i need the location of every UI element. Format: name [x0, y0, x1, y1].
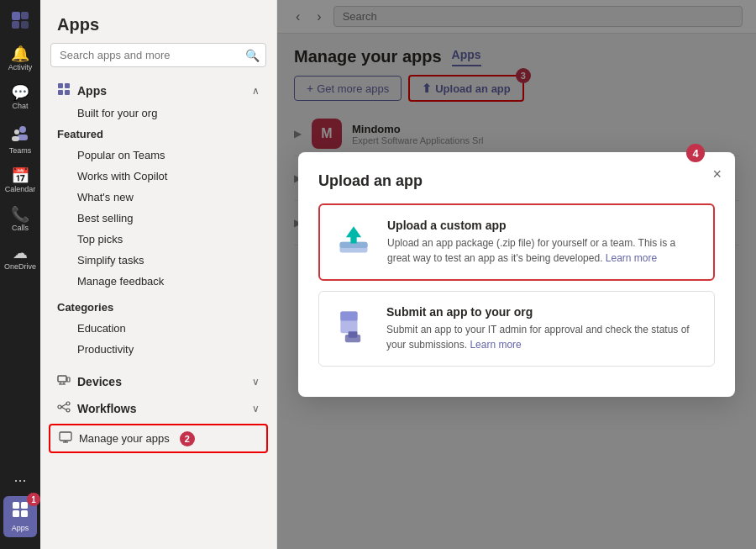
- more-icon: ···: [13, 472, 26, 488]
- main-content: ‹ › Manage your apps Apps + Get more app…: [277, 0, 756, 549]
- devices-chevron-icon: ∨: [252, 376, 260, 388]
- svg-rect-12: [58, 83, 63, 88]
- badge-1: 1: [27, 493, 40, 506]
- sidebar-featured[interactable]: Featured: [40, 124, 276, 145]
- sidebar-simplify-tasks[interactable]: Simplify tasks: [40, 250, 276, 271]
- sidebar-popular[interactable]: Popular on Teams: [40, 145, 276, 166]
- nav-rail: 🔔 Activity 💬 Chat Teams 📅 Calendar 📞 Cal…: [0, 0, 40, 549]
- apps-section-header[interactable]: Apps ∧: [40, 76, 276, 103]
- sidebar-productivity[interactable]: Productivity: [40, 339, 276, 360]
- nav-teams[interactable]: Teams: [0, 119, 40, 160]
- calls-icon: 📞: [11, 207, 29, 222]
- calendar-icon: 📅: [11, 168, 29, 183]
- svg-rect-16: [58, 376, 66, 382]
- badge-4: 4: [686, 144, 705, 162]
- nav-more[interactable]: ···: [0, 467, 40, 493]
- svg-rect-26: [60, 432, 71, 441]
- apps-nav-icon: [12, 501, 29, 522]
- devices-section-label: Devices: [77, 375, 122, 388]
- svg-rect-9: [21, 502, 28, 509]
- svg-rect-11: [21, 510, 28, 517]
- workflows-section-label: Workflows: [77, 402, 137, 415]
- search-icon: 🔍: [245, 49, 260, 62]
- svg-line-24: [61, 404, 66, 408]
- submit-app-desc: Submit an app to your IT admin for appro…: [386, 322, 701, 352]
- nav-chat[interactable]: 💬 Chat: [0, 80, 40, 115]
- nav-logo[interactable]: [0, 7, 40, 38]
- sidebar-copilot[interactable]: Works with Copilot: [40, 166, 276, 187]
- svg-rect-35: [349, 331, 358, 337]
- manage-apps-icon: [59, 430, 72, 446]
- teams-icon: [11, 124, 29, 145]
- svg-rect-15: [65, 90, 70, 95]
- sidebar-search[interactable]: 🔍: [50, 43, 266, 67]
- onedrive-icon: ☁: [13, 245, 28, 261]
- svg-point-23: [66, 409, 70, 412]
- svg-point-21: [58, 405, 61, 409]
- apps-chevron-icon: ∧: [252, 85, 260, 97]
- upload-custom-app-card[interactable]: Upload a custom app Upload an app packag…: [318, 203, 715, 281]
- activity-icon: 🔔: [11, 46, 29, 61]
- upload-custom-app-icon: [333, 219, 374, 259]
- svg-rect-8: [13, 502, 19, 509]
- svg-rect-0: [12, 12, 20, 20]
- nav-calendar[interactable]: 📅 Calendar: [0, 163, 40, 198]
- svg-rect-2: [12, 21, 19, 29]
- modal-close-button[interactable]: ×: [712, 166, 722, 183]
- svg-line-25: [61, 407, 66, 410]
- sidebar-categories[interactable]: Categories: [40, 297, 276, 318]
- upload-learn-more-link[interactable]: Learn more: [606, 252, 657, 264]
- search-input[interactable]: [50, 43, 266, 67]
- apps-section-label: Apps: [77, 84, 107, 98]
- sidebar-built-for-org[interactable]: Built for your org: [40, 103, 276, 124]
- sidebar: Apps 🔍 Apps ∧ Built for your org Feature…: [40, 0, 277, 549]
- sidebar-best-selling[interactable]: Best selling: [40, 208, 276, 229]
- svg-rect-13: [65, 83, 70, 88]
- svg-rect-14: [58, 90, 63, 95]
- apps-section-icon: [57, 82, 71, 99]
- svg-rect-7: [12, 136, 19, 141]
- svg-rect-1: [21, 12, 29, 19]
- sidebar-whats-new[interactable]: What's new: [40, 187, 276, 208]
- badge-2: 2: [180, 431, 195, 446]
- manage-your-apps-item[interactable]: Manage your apps 2: [49, 424, 268, 453]
- devices-section-icon: [57, 373, 71, 390]
- submit-app-title: Submit an app to your org: [386, 305, 701, 319]
- sidebar-top-picks[interactable]: Top picks: [40, 229, 276, 250]
- sidebar-education[interactable]: Education: [40, 318, 276, 339]
- chat-icon: 💬: [11, 85, 29, 100]
- svg-point-22: [66, 402, 70, 405]
- sidebar-manage-feedback[interactable]: Manage feedback: [40, 271, 276, 292]
- workflows-section-header[interactable]: Workflows ∨: [40, 393, 276, 420]
- nav-calls[interactable]: 📞 Calls: [0, 202, 40, 237]
- workflows-chevron-icon: ∨: [252, 403, 260, 414]
- submit-learn-more-link[interactable]: Learn more: [470, 339, 521, 351]
- devices-section-header[interactable]: Devices ∨: [40, 367, 276, 393]
- svg-point-6: [14, 129, 19, 135]
- svg-rect-3: [21, 21, 29, 29]
- nav-apps[interactable]: Apps 1: [3, 496, 37, 537]
- upload-custom-app-title: Upload a custom app: [387, 219, 700, 232]
- svg-rect-10: [13, 510, 19, 517]
- modal-title: Upload an app: [318, 172, 715, 190]
- nav-onedrive[interactable]: ☁ OneDrive: [0, 240, 40, 276]
- submit-app-icon: [333, 305, 373, 346]
- upload-custom-app-desc: Upload an app package (.zip file) for yo…: [387, 235, 700, 266]
- workflows-section-icon: [57, 400, 71, 417]
- svg-marker-31: [346, 226, 361, 243]
- submit-app-card[interactable]: Submit an app to your org Submit an app …: [318, 291, 715, 367]
- svg-rect-33: [340, 312, 357, 321]
- upload-modal: 4 Upload an app × Upload a custom app Up…: [298, 152, 735, 397]
- svg-rect-17: [67, 377, 70, 382]
- nav-activity[interactable]: 🔔 Activity: [0, 41, 40, 77]
- modal-overlay: 4 Upload an app × Upload a custom app Up…: [277, 0, 756, 549]
- manage-apps-label: Manage your apps: [79, 432, 170, 445]
- svg-point-4: [19, 126, 26, 133]
- sidebar-title: Apps: [40, 0, 276, 43]
